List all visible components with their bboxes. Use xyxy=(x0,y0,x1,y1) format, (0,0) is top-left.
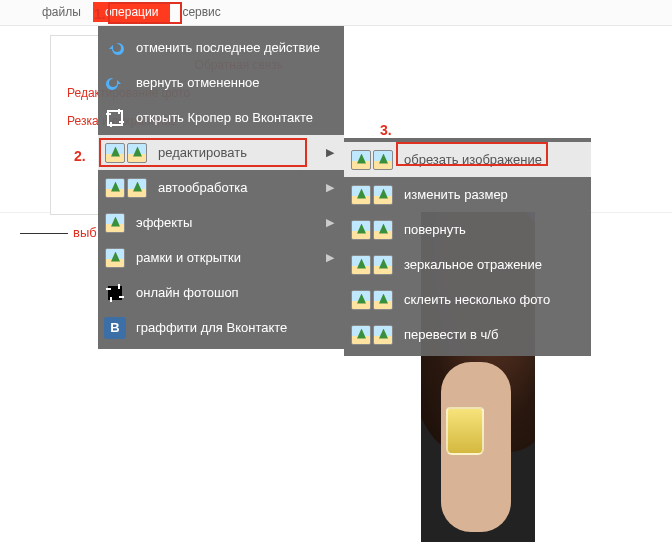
thumb-pair-icon xyxy=(104,177,148,199)
thumb-pair-icon xyxy=(350,324,394,346)
menu-frames[interactable]: рамки и открытки ▶ xyxy=(98,240,344,275)
annotation-1: 1. xyxy=(94,6,106,22)
menu-item-label: онлайн фотошоп xyxy=(136,285,334,300)
menu-item-label: рамки и открытки xyxy=(136,250,316,265)
submenu-stitch[interactable]: склеить несколько фото xyxy=(344,282,591,317)
menu-item-label: изменить размер xyxy=(404,187,581,202)
menu-redo[interactable]: вернуть отмененное xyxy=(98,65,344,100)
highlight-box-3 xyxy=(396,142,548,166)
undo-icon xyxy=(104,37,126,59)
menu-open-cropper-vk[interactable]: открыть Кропер во Вконтакте xyxy=(98,100,344,135)
vk-icon: B xyxy=(104,317,126,339)
highlight-box-1 xyxy=(108,2,182,24)
menu-auto[interactable]: автообработка ▶ xyxy=(98,170,344,205)
highlight-box-2 xyxy=(99,138,307,167)
submenu-resize[interactable]: изменить размер xyxy=(344,177,591,212)
submenu-arrow-icon: ▶ xyxy=(326,216,334,229)
thumb-pair-icon xyxy=(350,289,394,311)
submenu-arrow-icon: ▶ xyxy=(326,251,334,264)
submenu-arrow-icon: ▶ xyxy=(326,181,334,194)
menu-item-label: перевести в ч/б xyxy=(404,327,581,342)
thumb-pair-icon xyxy=(350,184,394,206)
menubar-files[interactable]: файлы xyxy=(30,2,93,22)
side-truncated-label: выб xyxy=(73,225,97,240)
annotation-3: 3. xyxy=(380,122,392,138)
menu-online-photoshop[interactable]: онлайн фотошоп xyxy=(98,275,344,310)
thumb-icon xyxy=(104,212,126,234)
crop-icon xyxy=(104,282,126,304)
menu-item-label: отменить последнее действие xyxy=(136,40,334,55)
menu-item-label: вернуть отмененное xyxy=(136,75,334,90)
menu-item-label: повернуть xyxy=(404,222,581,237)
annotation-2: 2. xyxy=(74,148,86,164)
submenu-edit: обрезать изображение изменить размер пов… xyxy=(344,138,591,356)
thumb-pair-icon xyxy=(350,149,394,171)
menu-item-label: эффекты xyxy=(136,215,316,230)
crop-icon xyxy=(104,107,126,129)
menu-undo[interactable]: отменить последнее действие xyxy=(98,30,344,65)
menu-graffiti-vk[interactable]: B граффити для Вконтакте xyxy=(98,310,344,345)
menu-item-label: зеркальное отражение xyxy=(404,257,581,272)
submenu-rotate[interactable]: повернуть xyxy=(344,212,591,247)
menu-item-label: автообработка xyxy=(158,180,316,195)
menu-effects[interactable]: эффекты ▶ xyxy=(98,205,344,240)
menu-item-label: граффити для Вконтакте xyxy=(136,320,334,335)
submenu-bw[interactable]: перевести в ч/б xyxy=(344,317,591,352)
thumb-pair-icon xyxy=(350,254,394,276)
menu-item-label: склеить несколько фото xyxy=(404,292,581,307)
submenu-mirror[interactable]: зеркальное отражение xyxy=(344,247,591,282)
menu-item-label: открыть Кропер во Вконтакте xyxy=(136,110,334,125)
side-line xyxy=(20,233,68,234)
menu-operations: отменить последнее действие вернуть отме… xyxy=(98,26,344,349)
submenu-arrow-icon: ▶ xyxy=(326,146,334,159)
thumb-pair-icon xyxy=(350,219,394,241)
thumb-icon xyxy=(104,247,126,269)
redo-icon xyxy=(104,72,126,94)
